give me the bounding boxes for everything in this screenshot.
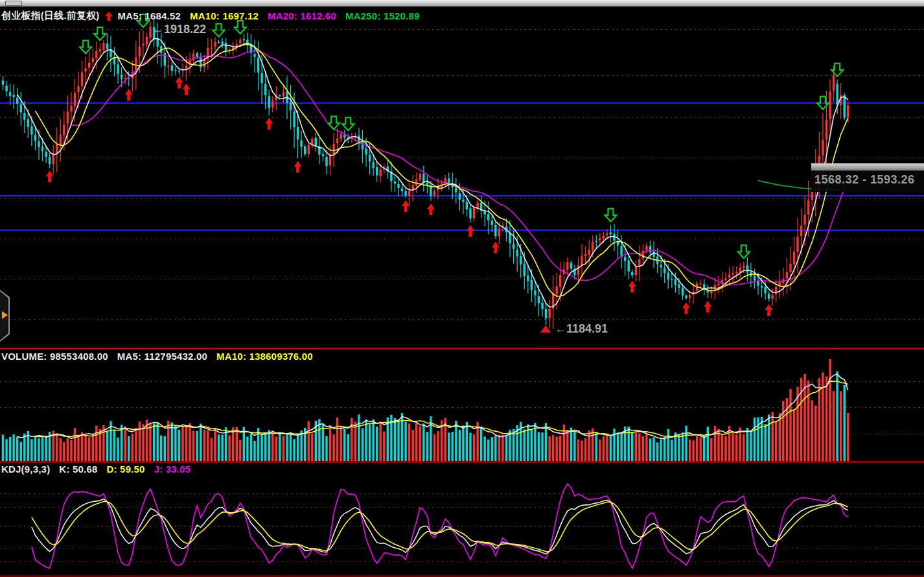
kdj-label: D: 59.50 <box>107 464 145 475</box>
ma-label: MA5: 1684.52 <box>118 10 181 21</box>
ma-values: MA5: 1684.52MA10: 1697.12MA20: 1612.60MA… <box>118 10 429 21</box>
window-top-strip <box>0 0 924 6</box>
volume-label: VOLUME: 98553408.00 <box>1 351 108 362</box>
range-tooltip: 1568.32 - 1593.26 <box>811 171 924 192</box>
range-tooltip-text: 1568.32 - 1593.26 <box>811 171 924 187</box>
expand-arrow-icon <box>2 311 8 319</box>
sidebar-expand-tab[interactable] <box>0 290 10 342</box>
chart-canvas[interactable] <box>0 0 924 577</box>
high-price-annotation: ←1918.22 <box>152 23 206 36</box>
kdj-label: KDJ(9,3,3) <box>1 464 50 475</box>
kdj-values: KDJ(9,3,3)K: 50.68D: 59.50J: 33.05 <box>1 464 200 475</box>
kdj-label: K: 50.68 <box>59 464 97 475</box>
up-trend-arrow-icon <box>105 12 113 21</box>
volume-panel-header: VOLUME: 98553408.00MA5: 112795432.00MA10… <box>1 351 322 362</box>
kdj-panel-header: KDJ(9,3,3)K: 50.68D: 59.50J: 33.05 <box>1 464 200 475</box>
volume-label: MA10: 138609376.00 <box>216 351 313 362</box>
ma-label: MA250: 1520.89 <box>345 10 420 21</box>
range-tooltip-titlebar[interactable] <box>811 163 924 171</box>
volume-values: VOLUME: 98553408.00MA5: 112795432.00MA10… <box>1 351 322 362</box>
volume-label: MA5: 112795432.00 <box>117 351 207 362</box>
window-top-tab[interactable] <box>5 1 22 6</box>
ma-label: MA10: 1697.12 <box>190 10 259 21</box>
kdj-label: J: 33.05 <box>154 464 191 475</box>
low-price-annotation: ←1184.91 <box>555 322 608 336</box>
ma-label: MA20: 1612.60 <box>268 10 336 21</box>
stock-title: 创业板指(日线.前复权) <box>1 10 100 22</box>
trading-app-screen: 创业板指(日线.前复权) MA5: 1684.52MA10: 1697.12MA… <box>0 0 924 577</box>
main-chart-header: 创业板指(日线.前复权) MA5: 1684.52MA10: 1697.12MA… <box>1 10 429 22</box>
